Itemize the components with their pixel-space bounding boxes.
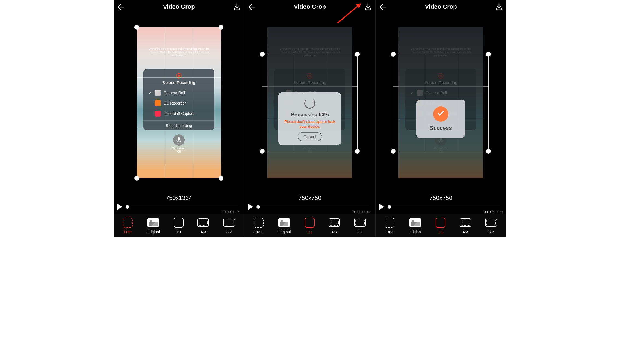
microphone-icon: [438, 137, 443, 143]
panel-title: Screen Recording: [274, 80, 345, 85]
ratio-label: 1:1: [438, 230, 443, 234]
record-dot-icon: [438, 73, 444, 79]
play-button[interactable]: [248, 204, 253, 210]
seek-track[interactable]: [256, 207, 371, 207]
seek-thumb[interactable]: [388, 205, 391, 209]
ratio-43-icon: [329, 218, 340, 228]
ratio-label: 3:2: [357, 230, 362, 234]
play-button[interactable]: [117, 204, 122, 210]
ratio-orig-icon: [409, 218, 421, 228]
ratio-label: 3:2: [488, 230, 494, 234]
spinner-icon: [304, 98, 315, 109]
save-button[interactable]: [494, 3, 504, 11]
grid-line: [393, 86, 488, 87]
ratio-32-button[interactable]: 3:2: [223, 218, 235, 234]
download-icon: [496, 4, 502, 10]
ratio-label: 1:1: [307, 230, 312, 234]
play-button[interactable]: [379, 204, 384, 210]
ratio-32-button[interactable]: 3:2: [354, 218, 366, 234]
seek-thumb[interactable]: [126, 205, 129, 209]
time-display: 00:00/00:09: [114, 210, 244, 214]
back-button[interactable]: [378, 3, 388, 11]
crop-handle-bl[interactable]: [391, 149, 396, 154]
ratio-free-button[interactable]: Free: [385, 218, 394, 234]
screen-3: Video Crop Everything on your screen inc…: [376, 0, 506, 237]
grid-line: [262, 86, 357, 87]
ratio-orig-icon: [278, 218, 290, 228]
ratio-orig-button[interactable]: Original: [409, 218, 422, 234]
crop-handle-tr[interactable]: [355, 52, 360, 57]
crop-dimensions: 750x750: [376, 195, 506, 202]
recording-option-row[interactable]: Record it! Capture: [405, 108, 476, 119]
crop-dimensions: 750x1334: [114, 195, 244, 202]
back-button[interactable]: [116, 3, 126, 11]
grid-line: [165, 27, 165, 178]
crop-handle-tl[interactable]: [391, 52, 396, 57]
seek-track[interactable]: [388, 207, 503, 207]
ratio-free-button[interactable]: Free: [123, 218, 133, 234]
record-dot-icon: [307, 73, 312, 79]
ratio-11-icon: [305, 218, 315, 228]
microphone-label: MicrophoneOff: [405, 147, 476, 153]
ratio-label: 4:3: [463, 230, 468, 234]
app-icon: [417, 100, 423, 106]
ratio-free-button[interactable]: Free: [254, 218, 264, 234]
microphone-button[interactable]: [435, 134, 447, 146]
seek-thumb[interactable]: [256, 205, 260, 209]
option-label: Camera Roll: [426, 91, 447, 95]
ratio-11-icon: [174, 218, 184, 228]
ratio-label: Free: [124, 230, 132, 234]
back-arrow-icon: [379, 4, 386, 10]
processing-title: Processing 53%: [283, 112, 337, 118]
back-button[interactable]: [247, 3, 256, 11]
playback-bar: [114, 203, 244, 210]
download-icon: [365, 4, 371, 10]
ratio-free-icon: [123, 218, 133, 228]
ratio-43-button[interactable]: 4:3: [197, 218, 209, 234]
crop-handle-bl[interactable]: [260, 149, 265, 154]
ratio-32-icon: [485, 218, 497, 228]
ratio-orig-button[interactable]: Original: [147, 218, 160, 234]
video-canvas: Everything on your screen including noti…: [114, 14, 244, 192]
time-display: 00:00/00:09: [376, 210, 506, 214]
crop-handle-br[interactable]: [486, 149, 491, 154]
header: Video Crop: [376, 0, 506, 14]
ratio-orig-button[interactable]: Original: [277, 218, 291, 234]
crop-handle-tl[interactable]: [134, 25, 139, 30]
download-icon: [234, 4, 240, 10]
crop-region[interactable]: [393, 54, 489, 151]
ratio-11-button[interactable]: 1:1: [305, 218, 315, 234]
cancel-button[interactable]: Cancel: [298, 132, 322, 141]
save-button[interactable]: [363, 3, 373, 11]
recording-option-row[interactable]: DU Recorder: [405, 98, 476, 108]
ratio-32-button[interactable]: 3:2: [485, 218, 497, 234]
crop-dimensions: 750x750: [244, 195, 375, 202]
ratio-label: 4:3: [332, 230, 337, 234]
ratio-32-icon: [223, 218, 235, 228]
ratio-11-button[interactable]: 1:1: [174, 218, 184, 234]
aspect-ratio-bar: Free Original 1:1 4:3 3:2: [244, 214, 375, 237]
video-background: [398, 27, 483, 178]
seek-track[interactable]: [126, 207, 240, 207]
crop-handle-tr[interactable]: [486, 52, 491, 57]
ratio-11-button[interactable]: 1:1: [436, 218, 445, 234]
recording-option-row[interactable]: ✓ Camera Roll: [405, 88, 476, 98]
ratio-free-icon: [254, 218, 264, 228]
grid-line: [393, 119, 488, 119]
ratio-43-icon: [460, 218, 471, 228]
save-button[interactable]: [232, 3, 241, 11]
back-arrow-icon: [248, 4, 255, 10]
crop-handle-tr[interactable]: [219, 25, 223, 30]
screen-recording-panel: Screen Recording ✓ Camera Roll DU Record…: [405, 69, 476, 130]
panel-title: Screen Recording: [405, 80, 476, 85]
instruction-text: Everything on your screen including noti…: [278, 47, 341, 57]
stop-recording-button[interactable]: Stop Recording: [405, 120, 476, 130]
crop-handle-tl[interactable]: [260, 52, 265, 57]
ratio-43-button[interactable]: 4:3: [460, 218, 471, 234]
crop-handle-bl[interactable]: [134, 176, 139, 181]
crop-handle-br[interactable]: [219, 176, 223, 181]
crop-handle-br[interactable]: [355, 149, 360, 154]
grid-line: [457, 54, 457, 151]
ratio-43-button[interactable]: 4:3: [329, 218, 340, 234]
crop-region[interactable]: [137, 27, 221, 178]
